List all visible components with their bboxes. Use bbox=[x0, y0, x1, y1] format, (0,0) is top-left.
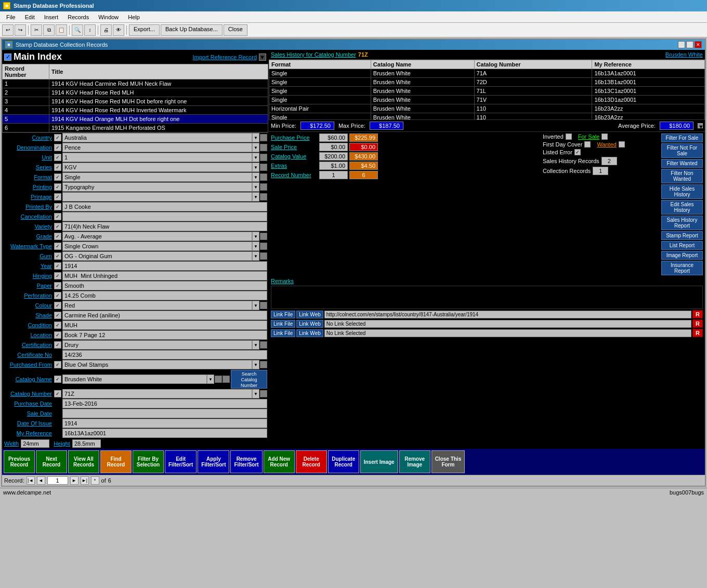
table-row[interactable]: 4 1914 KGV Head Rose Red MUH Inverted Wa… bbox=[3, 106, 268, 115]
tb-undo[interactable]: ↩ bbox=[2, 24, 14, 36]
tb-sort[interactable]: ↕ bbox=[84, 24, 96, 36]
field-dropdown-0[interactable]: ▼ bbox=[252, 133, 259, 142]
field-checkbox-5[interactable]: ✓ bbox=[54, 183, 61, 191]
field-label-5[interactable]: Printing bbox=[3, 184, 54, 190]
field-label-12[interactable]: Gum bbox=[3, 253, 54, 259]
menu-records[interactable]: Records bbox=[63, 13, 93, 21]
field-input-8[interactable] bbox=[62, 212, 267, 221]
nav-prev-button[interactable]: ◄ bbox=[37, 476, 45, 485]
field-dropdown-21[interactable]: ▼ bbox=[252, 340, 259, 350]
right-action-button[interactable]: Edit Sales History bbox=[661, 200, 703, 215]
field-label-4[interactable]: Format bbox=[3, 174, 54, 180]
nav-first-button[interactable]: |◄ bbox=[27, 476, 35, 485]
link-web-button-1[interactable]: Link Web bbox=[296, 320, 323, 328]
field-input-26[interactable] bbox=[62, 399, 267, 408]
link-r-button-0[interactable]: R bbox=[692, 310, 703, 318]
inverted-checkbox[interactable] bbox=[566, 133, 572, 140]
wanted-label[interactable]: Wanted bbox=[597, 141, 617, 148]
field-checkbox-20[interactable]: ✓ bbox=[54, 331, 61, 339]
link-web-button-0[interactable]: Link Web bbox=[296, 311, 323, 318]
sales-history-title[interactable]: Sales History for Catalog Number bbox=[271, 51, 356, 58]
field-input-23[interactable] bbox=[62, 360, 252, 369]
field-checkbox-6[interactable]: ✓ bbox=[54, 193, 61, 201]
right-action-button[interactable]: Insurance Report bbox=[661, 261, 703, 275]
field-label-25[interactable]: Catalog Number bbox=[3, 391, 54, 397]
field-input-3[interactable] bbox=[62, 163, 252, 172]
field-label-20[interactable]: Location bbox=[3, 332, 54, 338]
field-input-17[interactable] bbox=[62, 301, 252, 310]
field-checkbox-7[interactable]: ✓ bbox=[54, 203, 61, 210]
field-checkbox-23[interactable]: ✓ bbox=[54, 361, 61, 368]
field-checkbox-8[interactable]: ✓ bbox=[54, 213, 61, 220]
field-checkbox-1[interactable]: ✓ bbox=[54, 144, 61, 151]
field-input-14[interactable] bbox=[62, 271, 267, 280]
field-label-29[interactable]: My Reference bbox=[3, 430, 54, 436]
action-button[interactable]: Next Record bbox=[36, 450, 67, 473]
field-checkbox-9[interactable]: ✓ bbox=[54, 223, 61, 230]
field-label-3[interactable]: Series bbox=[3, 164, 54, 170]
field-checkbox-13[interactable]: ✓ bbox=[54, 262, 61, 270]
field-input-21[interactable] bbox=[62, 340, 252, 350]
field-checkbox-0[interactable]: ✓ bbox=[54, 134, 61, 141]
field-input-24[interactable] bbox=[62, 375, 207, 384]
field-input-22[interactable] bbox=[62, 350, 267, 359]
import-reference-link[interactable]: Import Reference Record bbox=[193, 54, 257, 60]
tb-redo[interactable]: ↪ bbox=[15, 24, 26, 36]
action-button[interactable]: View All Records bbox=[68, 450, 99, 473]
field-dropdown-12[interactable]: ▼ bbox=[252, 251, 259, 261]
tb-cut[interactable]: ✂ bbox=[31, 24, 42, 36]
field-input-0[interactable] bbox=[62, 133, 252, 142]
field-input-13[interactable] bbox=[62, 261, 267, 271]
right-action-button[interactable]: List Report bbox=[661, 241, 703, 250]
field-label-11[interactable]: Watermark Type bbox=[3, 243, 54, 249]
field-checkbox-10[interactable]: ✓ bbox=[54, 233, 61, 240]
table-row[interactable]: 2 1914 KGV Head Rose Red MLH bbox=[3, 88, 268, 97]
field-checkbox-12[interactable]: ✓ bbox=[54, 252, 61, 260]
field-input-7[interactable] bbox=[62, 202, 267, 211]
field-input-2[interactable] bbox=[62, 153, 252, 162]
field-label-1[interactable]: Denomination bbox=[3, 144, 54, 151]
right-action-button[interactable]: Filter For Sale bbox=[661, 133, 703, 142]
action-button[interactable]: Remove Image bbox=[399, 450, 430, 473]
catalog-value-label[interactable]: Catalog Value bbox=[271, 153, 318, 159]
field-checkbox-25[interactable]: ✓ bbox=[54, 390, 61, 397]
tb-find[interactable]: 🔍 bbox=[72, 24, 83, 36]
field-input-10[interactable] bbox=[62, 232, 252, 241]
field-dropdown-25[interactable]: ▼ bbox=[252, 389, 259, 398]
field-input-1[interactable] bbox=[62, 143, 252, 152]
field-label-24[interactable]: Catalog Name bbox=[3, 376, 54, 382]
field-input-18[interactable] bbox=[62, 311, 267, 320]
field-dropdown-6[interactable]: ▼ bbox=[252, 192, 259, 202]
right-action-button[interactable]: Filter Not For Sale bbox=[661, 143, 703, 158]
remarks-label[interactable]: Remarks bbox=[269, 277, 705, 285]
menu-insert[interactable]: Insert bbox=[40, 13, 63, 21]
field-checkbox-14[interactable]: ✓ bbox=[54, 272, 61, 279]
record-number-label[interactable]: Record Number bbox=[271, 172, 318, 178]
field-label-7[interactable]: Printed By bbox=[3, 204, 54, 210]
link-file-button-2[interactable]: Link File bbox=[271, 329, 295, 337]
field-label-18[interactable]: Shade bbox=[3, 312, 54, 318]
nav-new-button[interactable]: * bbox=[91, 476, 99, 485]
field-label-6[interactable]: Printage bbox=[3, 194, 54, 200]
maximize-button[interactable]: □ bbox=[686, 41, 693, 48]
minimize-button[interactable]: _ bbox=[678, 41, 685, 48]
right-action-button[interactable]: Image Report bbox=[661, 251, 703, 260]
field-input-15[interactable] bbox=[62, 281, 267, 290]
action-button[interactable]: Apply Filter/Sort bbox=[198, 450, 229, 473]
link-file-button-1[interactable]: Link File bbox=[271, 320, 295, 328]
field-dropdown-10[interactable]: ▼ bbox=[252, 232, 259, 241]
field-label-21[interactable]: Certification bbox=[3, 342, 54, 348]
link-web-button-2[interactable]: Link Web bbox=[296, 329, 323, 337]
field-dropdown-4[interactable]: ▼ bbox=[252, 172, 259, 182]
action-button[interactable]: Close This Form bbox=[431, 450, 465, 473]
height-label[interactable]: Height bbox=[54, 440, 70, 447]
sales-row[interactable]: Single Brusden White 71L 16b13C1az0001 bbox=[269, 87, 705, 96]
field-label-28[interactable]: Date Of Issue bbox=[3, 420, 54, 426]
sales-row[interactable]: Single Brusden White 72D 16b13B1az0001 bbox=[269, 78, 705, 87]
sales-row[interactable]: Horizontal Pair Brusden White 110 16b23A… bbox=[269, 104, 705, 113]
right-action-button[interactable]: Stamp Report bbox=[661, 231, 703, 240]
listed-error-checkbox[interactable]: ✓ bbox=[574, 149, 581, 155]
menu-help[interactable]: Help bbox=[124, 13, 144, 21]
field-label-10[interactable]: Grade bbox=[3, 233, 54, 239]
for-sale-checkbox[interactable] bbox=[601, 133, 608, 140]
